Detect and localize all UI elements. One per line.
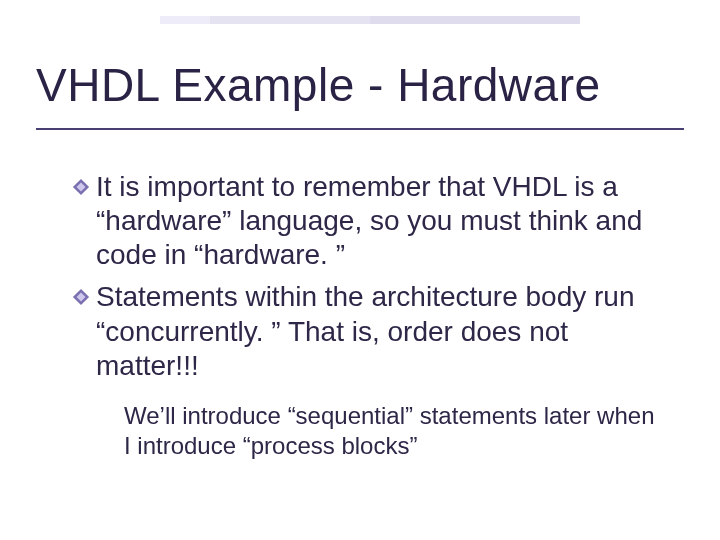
diamond-bullet-icon — [72, 178, 90, 196]
decorative-top-bar — [160, 16, 580, 24]
bullet-item: Statements within the architecture body … — [72, 280, 660, 382]
slide-title: VHDL Example - Hardware — [36, 58, 684, 122]
bullet-text: It is important to remember that VHDL is… — [96, 170, 660, 272]
bullet-item: It is important to remember that VHDL is… — [72, 170, 660, 272]
subbullet-group: We’ll introduce “sequential” statements … — [110, 401, 660, 461]
title-underline — [36, 128, 684, 130]
body-area: It is important to remember that VHDL is… — [72, 170, 660, 461]
bullet-text: Statements within the architecture body … — [96, 280, 660, 382]
title-area: VHDL Example - Hardware — [36, 58, 684, 130]
subbullet-text: We’ll introduce “sequential” statements … — [124, 401, 660, 461]
diamond-bullet-icon — [72, 288, 90, 306]
subbullet-item: We’ll introduce “sequential” statements … — [110, 401, 660, 461]
slide: VHDL Example - Hardware It is important … — [0, 0, 720, 540]
